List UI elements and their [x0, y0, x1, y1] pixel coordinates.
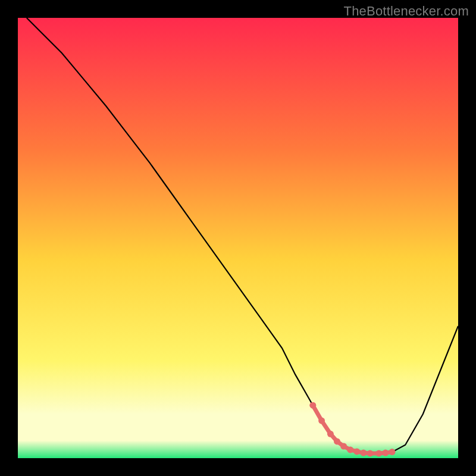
optimal-marker: [334, 438, 340, 444]
optimal-marker: [367, 450, 374, 456]
optimal-marker: [327, 431, 334, 437]
optimal-marker: [382, 450, 389, 456]
optimal-marker: [353, 448, 360, 455]
optimal-marker: [340, 443, 347, 450]
optimal-marker: [309, 402, 316, 409]
gradient-background: [18, 18, 458, 458]
optimal-marker: [318, 418, 325, 424]
optimal-marker: [389, 449, 396, 455]
watermark-label: TheBottlenecker.com: [344, 4, 469, 19]
optimal-marker: [360, 450, 367, 456]
optimal-marker: [347, 446, 353, 453]
chart-frame: [18, 18, 458, 458]
optimal-marker: [375, 450, 382, 456]
bottleneck-chart: [18, 18, 458, 458]
